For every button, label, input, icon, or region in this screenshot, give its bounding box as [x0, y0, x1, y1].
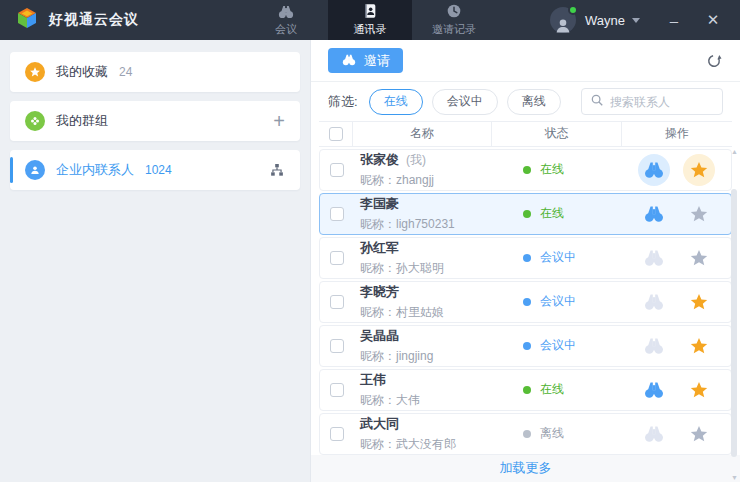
contact-nickname: 昵称：孙大聪明	[360, 260, 491, 277]
favorite-star-button[interactable]	[683, 154, 715, 186]
select-all-checkbox[interactable]	[329, 127, 343, 141]
contact-row[interactable]: 孙红军 昵称：孙大聪明 会议中	[319, 237, 732, 279]
contact-row[interactable]: 王伟 昵称：大伟 在线	[319, 369, 732, 411]
filter-pill-meeting[interactable]: 会议中	[432, 89, 498, 115]
caret-down-icon[interactable]	[632, 18, 640, 23]
contact-name: 李晓芳	[360, 284, 399, 299]
contact-row[interactable]: 李国豪 昵称：ligh750231 在线	[319, 193, 732, 235]
invite-action-button[interactable]	[638, 154, 670, 186]
main-layout: 我的收藏 24 我的群组 + 企业内联系人 1024	[0, 40, 740, 482]
filter-pill-offline[interactable]: 离线	[507, 89, 561, 115]
star-circle-icon	[25, 62, 45, 82]
header-name: 名称	[353, 122, 492, 145]
status-dot	[523, 430, 531, 438]
add-group-button[interactable]: +	[273, 111, 285, 131]
contacts-count: 1024	[145, 163, 172, 177]
status-dot	[523, 166, 531, 174]
org-tree-icon[interactable]	[269, 162, 285, 178]
filter-pill-online[interactable]: 在线	[369, 89, 423, 115]
filter-label: 筛选:	[328, 93, 358, 111]
app-logo-icon	[15, 6, 39, 34]
contact-list: 张家俊(我) 昵称：zhangjj 在线	[319, 149, 732, 455]
app-brand: 好视通云会议	[0, 0, 244, 40]
refresh-icon[interactable]	[705, 52, 723, 70]
sidebar-item-favorites[interactable]: 我的收藏 24	[10, 52, 300, 92]
tab-meeting[interactable]: 会议	[244, 0, 328, 40]
toolbar: 邀请	[311, 40, 740, 82]
favorite-star-button[interactable]	[683, 418, 715, 450]
status-dot	[523, 254, 531, 262]
contact-row[interactable]: 武大同 昵称：武大没有郎 离线	[319, 413, 732, 455]
contact-name: 武大同	[360, 416, 399, 431]
contact-nickname: 昵称：大伟	[360, 392, 491, 409]
invite-button[interactable]: 邀请	[328, 48, 403, 73]
load-more-bar: 加载更多	[311, 455, 740, 482]
app-title: 好视通云会议	[49, 11, 139, 29]
tab-contacts[interactable]: 通讯录	[328, 0, 412, 40]
invite-action-button[interactable]	[638, 286, 670, 318]
favorite-star-button[interactable]	[683, 374, 715, 406]
tab-label: 邀请记录	[432, 22, 476, 37]
clock-icon	[446, 3, 462, 19]
contact-name: 李国豪	[360, 196, 399, 211]
table-header: 名称 状态 操作	[319, 121, 732, 146]
load-more-link[interactable]: 加载更多	[500, 459, 552, 477]
search-input[interactable]	[610, 95, 714, 109]
row-checkbox[interactable]	[330, 427, 344, 441]
tab-label: 通讯录	[354, 22, 387, 37]
contact-name: 孙红军	[360, 240, 399, 255]
status-dot	[523, 386, 531, 394]
status-label: 会议中	[540, 293, 576, 310]
status-label: 在线	[540, 205, 564, 222]
sidebar-item-groups[interactable]: 我的群组 +	[10, 101, 300, 141]
user-avatar[interactable]	[550, 7, 576, 33]
status-dot	[523, 342, 531, 350]
binoculars-icon	[341, 53, 357, 69]
invite-button-label: 邀请	[364, 52, 390, 70]
invite-action-button[interactable]	[638, 242, 670, 274]
row-checkbox[interactable]	[330, 383, 344, 397]
contact-row[interactable]: 李晓芳 昵称：村里姑娘 会议中	[319, 281, 732, 323]
username[interactable]: Wayne	[585, 13, 625, 28]
contact-row[interactable]: 吴晶晶 昵称：jingjing 会议中	[319, 325, 732, 367]
sidebar-item-label: 企业内联系人	[56, 161, 134, 179]
contact-name: 张家俊	[360, 152, 399, 167]
favorite-star-button[interactable]	[683, 198, 715, 230]
contact-name: 王伟	[360, 372, 386, 387]
scroll-down-icon[interactable]: ▼	[730, 474, 739, 481]
row-checkbox[interactable]	[330, 251, 344, 265]
favorite-star-button[interactable]	[683, 330, 715, 362]
scroll-up-icon[interactable]: ▲	[730, 148, 739, 155]
contact-nickname: 昵称：村里姑娘	[360, 304, 491, 321]
status-label: 离线	[540, 425, 564, 442]
status-dot	[523, 210, 531, 218]
tab-invite-history[interactable]: 邀请记录	[412, 0, 496, 40]
contact-name-suffix: (我)	[406, 153, 426, 167]
favorites-count: 24	[119, 65, 132, 79]
status-label: 会议中	[540, 249, 576, 266]
status-label: 在线	[540, 161, 564, 178]
invite-action-button[interactable]	[638, 198, 670, 230]
row-checkbox[interactable]	[330, 339, 344, 353]
sidebar-item-enterprise-contacts[interactable]: 企业内联系人 1024	[10, 150, 300, 190]
invite-action-button[interactable]	[638, 330, 670, 362]
search-box[interactable]	[581, 88, 723, 115]
group-clover-icon	[25, 111, 45, 131]
contact-name: 吴晶晶	[360, 328, 399, 343]
invite-action-button[interactable]	[638, 374, 670, 406]
scrollbar[interactable]: ▲ ▼	[730, 147, 739, 482]
scrollbar-thumb[interactable]	[731, 189, 737, 457]
close-button[interactable]: ✕	[698, 11, 728, 29]
user-area: Wayne – ✕	[550, 0, 740, 40]
row-checkbox[interactable]	[330, 163, 344, 177]
titlebar: 好视通云会议 会议	[0, 0, 740, 40]
binoculars-icon	[277, 4, 295, 19]
favorite-star-button[interactable]	[683, 242, 715, 274]
row-checkbox[interactable]	[330, 295, 344, 309]
minimize-button[interactable]: –	[659, 12, 689, 29]
invite-action-button[interactable]	[638, 418, 670, 450]
contact-row[interactable]: 张家俊(我) 昵称：zhangjj 在线	[319, 149, 732, 191]
favorite-star-button[interactable]	[683, 286, 715, 318]
contact-nickname: 昵称：jingjing	[360, 348, 491, 365]
row-checkbox[interactable]	[330, 207, 344, 221]
